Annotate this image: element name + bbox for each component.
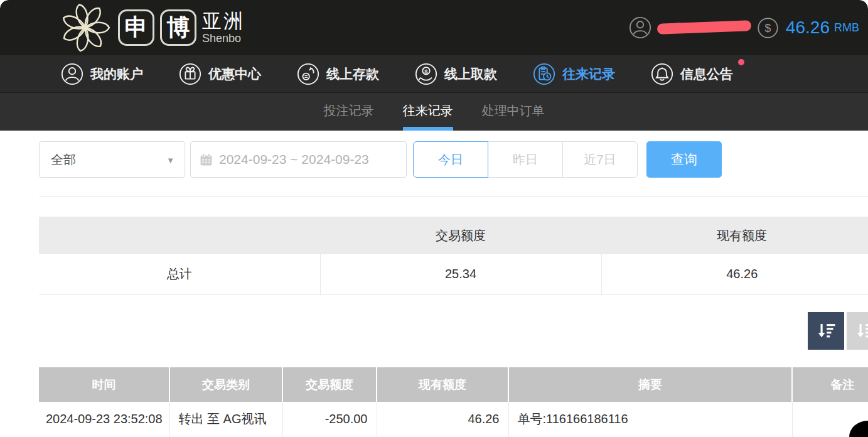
user-icon: [60, 62, 84, 86]
col-type: 交易类别: [169, 367, 282, 402]
dollar-circle-icon: $: [756, 16, 780, 40]
sort-controls: [808, 312, 868, 350]
summary-trade-total: 25.34: [320, 254, 601, 294]
summary-header-balance: 现有额度: [601, 217, 868, 254]
col-time: 时间: [39, 367, 169, 402]
last7days-button[interactable]: 近7日: [562, 141, 638, 178]
withdraw-icon: $: [414, 62, 438, 86]
records-header-row: 时间 交易类别 交易额度 现有额度 摘要 备注: [39, 367, 868, 402]
yesterday-button[interactable]: 昨日: [488, 141, 563, 178]
record-amount: -250.00: [282, 402, 377, 437]
svg-text:$: $: [424, 67, 428, 74]
bell-icon: [650, 62, 674, 86]
brand-subtitle: Shenbo: [202, 33, 245, 44]
sub-nav: 投注记录 往来记录 处理中订单: [0, 93, 868, 131]
sort-descending-button[interactable]: [808, 312, 844, 350]
balance-currency: RMB: [834, 21, 859, 35]
record-balance: 46.26: [377, 402, 508, 437]
tab-transaction-records[interactable]: 往来记录: [403, 93, 453, 131]
brand-char-bo: 博: [160, 9, 196, 46]
search-button[interactable]: 查询: [646, 141, 722, 178]
nav-item-announcements[interactable]: 信息公告: [650, 62, 733, 86]
sort-descending-icon: [815, 320, 837, 342]
nav-item-withdraw[interactable]: $ 线上取款: [414, 62, 497, 86]
nav-label: 我的账户: [90, 65, 143, 83]
summary-total-row: 总计 25.34 46.26: [39, 254, 868, 294]
summary-header-trade: 交易额度: [320, 217, 601, 254]
tab-pending-orders[interactable]: 处理中订单: [482, 93, 545, 131]
app-header: 申 博 亚洲 Shenbo 00000 $ 46.26 RMB: [0, 0, 868, 55]
sort-ascending-button[interactable]: [847, 312, 868, 350]
sort-ascending-icon: [854, 320, 868, 342]
calendar-icon: [200, 153, 213, 166]
gift-icon: [178, 62, 202, 86]
record-type: 转出 至 AG视讯: [169, 402, 282, 437]
summary-table: 交易额度 现有额度 总计 25.34 46.26: [39, 217, 868, 295]
masked-username: 00000: [657, 16, 753, 40]
brand-text: 亚洲 Shenbo: [202, 11, 245, 44]
type-select[interactable]: 全部 ▼: [39, 141, 185, 178]
balance-amount: 46.26: [786, 18, 830, 38]
type-select-value: 全部: [51, 151, 76, 168]
nav-label: 线上存款: [326, 65, 379, 83]
nav-item-my-account[interactable]: 我的账户: [60, 62, 143, 86]
quick-date-group: 今日 昨日 近7日: [413, 141, 638, 178]
records-icon: [532, 62, 556, 86]
nav-label: 线上取款: [444, 65, 497, 83]
record-row: 2024-09-23 23:52:08 转出 至 AG视讯 -250.00 46…: [39, 402, 868, 437]
section-divider: [39, 197, 868, 197]
nav-item-deposit[interactable]: 线上存款: [296, 62, 379, 86]
svg-text:$: $: [765, 21, 771, 34]
date-range-input[interactable]: 2024-09-23 ~ 2024-09-23: [190, 141, 407, 178]
today-button[interactable]: 今日: [413, 141, 488, 178]
col-summary: 摘要: [508, 367, 792, 402]
nav-item-promotions[interactable]: 优惠中心: [178, 62, 261, 86]
caret-down-icon: ▼: [166, 156, 174, 165]
deposit-icon: [296, 62, 320, 86]
brand-region: 亚洲: [202, 11, 245, 31]
records-table: 时间 交易类别 交易额度 现有额度 摘要 备注 2024-09-23 23:52…: [39, 367, 868, 437]
col-balance: 现有额度: [377, 367, 508, 402]
col-note: 备注: [792, 367, 868, 402]
user-area: 00000 $ 46.26 RMB: [628, 0, 863, 55]
main-nav: 我的账户 优惠中心 线上存款: [0, 55, 868, 93]
date-range-value: 2024-09-23 ~ 2024-09-23: [219, 152, 369, 167]
nav-label: 优惠中心: [208, 65, 261, 83]
summary-total-label: 总计: [39, 254, 320, 294]
flower-logo-icon: [56, 1, 114, 54]
notification-dot: [738, 59, 744, 65]
nav-label: 信息公告: [680, 65, 733, 83]
summary-balance-total: 46.26: [601, 254, 868, 294]
brand-char-shen: 申: [118, 9, 154, 46]
nav-label: 往来记录: [562, 65, 615, 83]
tab-betting-records[interactable]: 投注记录: [324, 93, 374, 131]
col-amount: 交易额度: [282, 367, 377, 402]
user-avatar-icon[interactable]: [628, 16, 652, 40]
record-summary: 单号:116166186116: [508, 402, 792, 437]
summary-header-row: 交易额度 现有额度: [39, 217, 868, 254]
summary-header-blank: [39, 217, 320, 254]
page: 申 博 亚洲 Shenbo 00000 $ 46.26 RMB: [0, 0, 868, 437]
nav-item-transaction-records[interactable]: 往来记录: [532, 62, 615, 86]
brand: 申 博 亚洲 Shenbo: [56, 0, 245, 55]
record-time: 2024-09-23 23:52:08: [39, 402, 169, 437]
redaction-scribble: [657, 20, 752, 35]
